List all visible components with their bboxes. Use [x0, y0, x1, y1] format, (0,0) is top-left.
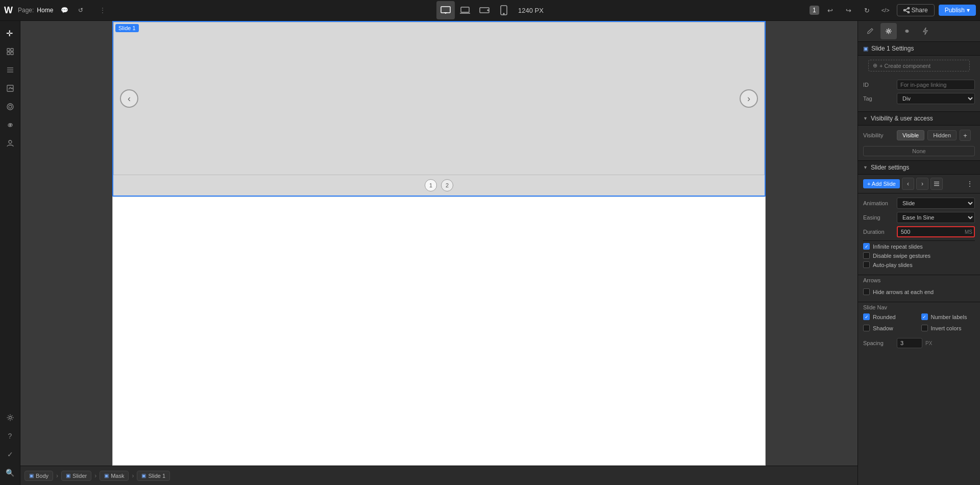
visibility-toggle[interactable]: ▼ Visibility & user access	[858, 112, 980, 126]
id-row: ID	[863, 80, 975, 90]
rounded-label: Rounded	[873, 314, 896, 320]
svg-rect-15	[7, 48, 10, 51]
visible-button[interactable]: Visible	[897, 130, 924, 140]
add-slide-button[interactable]: + Add Slide	[863, 179, 900, 188]
slide-prev-arrow[interactable]: ‹	[120, 89, 138, 108]
autoplay-label: Auto-play slides	[873, 262, 913, 268]
disable-swipe-row: Disable swipe gestures	[863, 252, 975, 259]
slide-dot-1[interactable]: 1	[425, 179, 437, 191]
sidebar-search[interactable]: 🔍	[2, 465, 18, 481]
hide-arrows-checkbox[interactable]	[863, 288, 870, 295]
animation-label: Animation	[863, 200, 894, 206]
share-button[interactable]: Share	[897, 4, 935, 16]
slide-nav-section-label: Slide Nav	[858, 302, 980, 311]
arrows-section: Hide arrows at each end	[858, 284, 980, 302]
prev-slide-button[interactable]: ‹	[902, 178, 914, 190]
tab-settings[interactable]	[880, 23, 897, 39]
breadcrumb-mask[interactable]: ▣ Mask	[100, 471, 129, 481]
topbar-right: 1 ↩ ↪ ↻ </> Share Publish ▾	[810, 3, 980, 17]
add-condition-button[interactable]: +	[960, 130, 971, 141]
animation-select[interactable]: Slide	[897, 198, 975, 209]
app-logo[interactable]: W	[4, 5, 13, 16]
slide1-icon: ▣	[141, 473, 146, 478]
svg-text:✛: ✛	[6, 29, 13, 37]
svg-point-11	[908, 12, 909, 13]
slide-wrapper: Slide 1 ‹ › 1 2	[112, 21, 766, 197]
redo-btn[interactable]: ↪	[842, 3, 856, 17]
breadcrumb-slide1[interactable]: ▣ Slide 1	[137, 471, 170, 481]
visibility-row: Visibility Visible Hidden +	[863, 130, 975, 141]
slider-settings-arrow-icon: ▼	[863, 165, 868, 170]
none-button[interactable]: None	[863, 146, 975, 156]
id-input[interactable]	[897, 80, 975, 90]
sidebar-add-element[interactable]: ✛	[2, 25, 18, 41]
slide-dots: 1 2	[113, 175, 765, 196]
sidebar-interactions[interactable]	[2, 117, 18, 133]
history-icon[interactable]: ↺	[75, 4, 87, 16]
easing-select[interactable]: Ease In Sine	[897, 212, 975, 223]
device-desktop-btn[interactable]	[436, 1, 455, 19]
slide-list-button[interactable]	[930, 178, 943, 190]
shadow-checkbox[interactable]	[863, 325, 870, 331]
disable-swipe-checkbox[interactable]	[863, 252, 870, 259]
tab-interactions[interactable]	[899, 23, 915, 39]
create-component-area: ⊕ + Create component	[858, 56, 980, 76]
topbar-center: 1240 PX	[436, 1, 544, 19]
hidden-button[interactable]: Hidden	[927, 130, 957, 140]
panel-scroll: ▣ Slide 1 Settings ⊕ + Create component …	[858, 42, 980, 485]
sidebar-help[interactable]: ?	[2, 428, 18, 444]
next-slide-button[interactable]: ›	[916, 178, 928, 190]
slide-main[interactable]: ‹ ›	[113, 22, 765, 175]
hide-arrows-label: Hide arrows at each end	[873, 289, 934, 295]
invert-colors-checkbox[interactable]	[921, 325, 928, 331]
spacing-row: Spacing PX	[858, 336, 980, 350]
breadcrumb-body[interactable]: ▣ Body	[24, 471, 53, 481]
breadcrumb-slider[interactable]: ▣ Slider	[61, 471, 91, 481]
code-btn[interactable]: </>	[878, 3, 893, 17]
autoplay-checkbox[interactable]	[863, 261, 870, 268]
visibility-section: Visibility Visible Hidden + None	[858, 126, 980, 161]
duration-input-wrap: MS	[897, 226, 975, 237]
device-laptop-btn[interactable]	[456, 1, 474, 19]
topbar: W Page: Home 💬 ↺ ⋮ 1240 PX 1 ↩ ↪ ↻ </>	[0, 0, 980, 21]
arrows-section-label: Arrows	[858, 275, 980, 284]
tag-select[interactable]: Div	[897, 93, 975, 104]
sidebar-components[interactable]	[2, 99, 18, 115]
slide-more-icon[interactable]: ⋮	[965, 179, 975, 189]
duration-input[interactable]	[897, 226, 975, 237]
spacing-input[interactable]	[897, 338, 922, 348]
sidebar-tasks[interactable]: ✓	[2, 446, 18, 463]
publish-button[interactable]: Publish ▾	[939, 5, 976, 16]
breadcrumb-slide1-label: Slide 1	[148, 473, 165, 479]
page-name[interactable]: Home	[37, 7, 53, 14]
notification-badge[interactable]: 1	[810, 6, 819, 15]
tag-label: Tag	[863, 95, 894, 102]
slider-settings-toggle[interactable]: ▼ Slider settings	[858, 161, 980, 175]
svg-point-23	[9, 105, 12, 108]
more-options-icon[interactable]: ⋮	[100, 7, 106, 14]
sidebar-layers[interactable]	[2, 62, 18, 78]
canvas-content: Slide 1 ‹ › 1 2	[20, 21, 857, 466]
sidebar-assets[interactable]	[2, 80, 18, 96]
tab-brush[interactable]	[862, 23, 878, 39]
create-component-button[interactable]: ⊕ + Create component	[868, 60, 970, 71]
tag-row: Tag Div	[863, 93, 975, 104]
topbar-left-icons: 💬 ↺	[58, 4, 87, 16]
svg-rect-0	[441, 7, 450, 13]
slide-dot-2[interactable]: 2	[441, 179, 453, 191]
tab-lightning[interactable]	[917, 23, 934, 39]
device-mobile-btn[interactable]	[495, 1, 513, 19]
comment-icon[interactable]: 💬	[58, 4, 70, 16]
undo-btn[interactable]: ↩	[823, 3, 838, 17]
sidebar-settings[interactable]	[2, 409, 18, 426]
device-tablet-landscape-btn[interactable]	[475, 1, 494, 19]
slide-next-arrow[interactable]: ›	[740, 89, 758, 108]
sidebar-pages[interactable]	[2, 43, 18, 60]
refresh-btn[interactable]: ↻	[860, 3, 874, 17]
rounded-checkbox[interactable]	[863, 313, 870, 320]
sidebar-users[interactable]	[2, 135, 18, 152]
number-labels-checkbox[interactable]	[921, 313, 928, 320]
svg-rect-16	[11, 48, 13, 51]
infinite-repeat-checkbox[interactable]	[863, 243, 870, 250]
infinite-repeat-label: Infinite repeat slides	[873, 244, 923, 250]
